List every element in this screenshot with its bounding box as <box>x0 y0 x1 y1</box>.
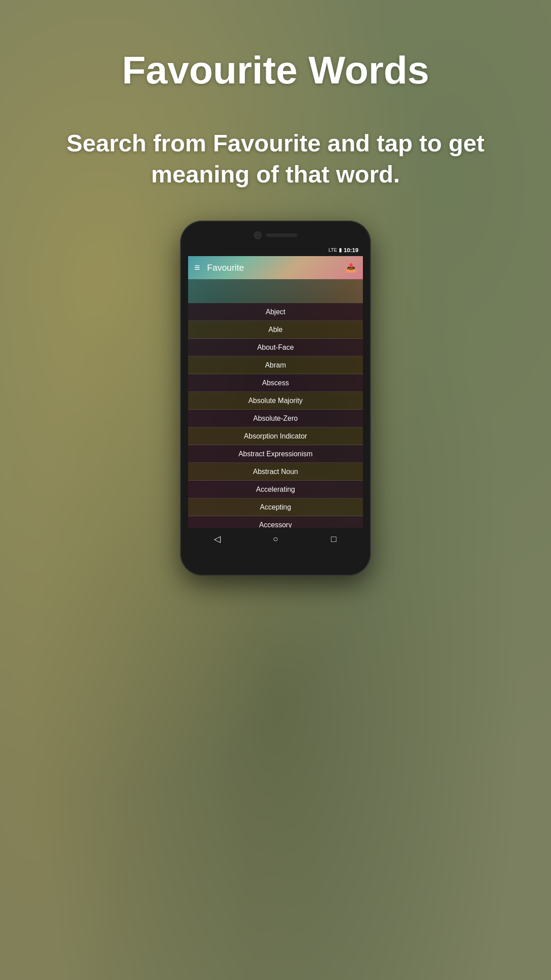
word-text: Absolute-Zero <box>253 415 298 423</box>
list-item[interactable]: Absolute Majority <box>188 392 363 410</box>
menu-icon[interactable]: ≡ <box>194 262 200 273</box>
word-text: Accelerating <box>256 486 295 494</box>
page-content: Favourite Words Search from Favourite an… <box>0 0 551 980</box>
back-button[interactable]: ◁ <box>206 530 228 548</box>
app-subtitle: Search from Favourite and tap to get mea… <box>0 127 551 190</box>
phone-nav: ◁ ○ □ <box>188 528 363 550</box>
list-item[interactable]: Abstract Noun <box>188 463 363 481</box>
status-icons: LTE ▮ 10:19 <box>328 247 358 253</box>
word-list: AbjectAbleAbout-FaceAbramAbscessAbsolute… <box>188 303 363 528</box>
list-item[interactable]: Able <box>188 321 363 339</box>
app-bar: ≡ Favourite 📤 <box>188 256 363 279</box>
list-item[interactable]: Abram <box>188 356 363 374</box>
status-time: 10:19 <box>344 247 358 253</box>
recents-button[interactable]: □ <box>323 530 345 548</box>
list-item[interactable]: About-Face <box>188 339 363 356</box>
list-item[interactable]: Accessory <box>188 516 363 528</box>
word-text: Accepting <box>260 503 291 511</box>
phone-top <box>188 229 363 242</box>
word-text: Abram <box>265 361 286 369</box>
phone-screen: LTE ▮ 10:19 ≡ Favourite 📤 🔍 <box>188 244 363 550</box>
phone-frame: LTE ▮ 10:19 ≡ Favourite 📤 🔍 <box>180 221 371 576</box>
list-item[interactable]: Absolute-Zero <box>188 410 363 427</box>
word-text: Absolute Majority <box>248 397 303 405</box>
phone-speaker <box>266 233 297 237</box>
status-bar: LTE ▮ 10:19 <box>188 244 363 256</box>
app-bar-title: Favourite <box>207 263 346 273</box>
list-item[interactable]: Abject <box>188 303 363 321</box>
word-text: Abstract Noun <box>253 468 298 476</box>
share-icon[interactable]: 📤 <box>346 262 357 273</box>
word-text: Absorption Indicator <box>244 432 307 440</box>
app-title: Favourite Words <box>122 49 429 92</box>
list-item[interactable]: Abstract Expressionism <box>188 445 363 463</box>
word-text: Abject <box>266 308 285 316</box>
word-text: Able <box>268 326 283 334</box>
battery-icon: ▮ <box>339 247 342 253</box>
list-item[interactable]: Absorption Indicator <box>188 427 363 445</box>
phone-camera <box>254 231 262 239</box>
list-item[interactable]: Accepting <box>188 498 363 516</box>
signal-icon: LTE <box>328 247 337 253</box>
word-text: Abscess <box>262 379 289 387</box>
list-item[interactable]: Abscess <box>188 374 363 392</box>
home-button[interactable]: ○ <box>264 530 287 548</box>
word-text: Abstract Expressionism <box>238 450 312 458</box>
word-text: Accessory <box>259 521 292 528</box>
list-item[interactable]: Accelerating <box>188 481 363 498</box>
word-text: About-Face <box>257 344 294 352</box>
screen-content: 🔍 AbjectAbleAbout-FaceAbramAbscessAbsolu… <box>188 279 363 528</box>
